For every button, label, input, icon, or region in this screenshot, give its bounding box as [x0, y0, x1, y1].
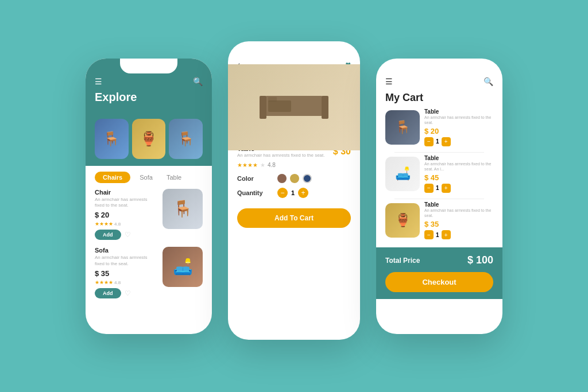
- detail-rating: ★★★★ ★ 4.8: [237, 162, 351, 168]
- banner-item-2: 🏺: [132, 119, 166, 159]
- cart-qty-increase-3[interactable]: +: [442, 230, 451, 239]
- cart-item-img-1: 🪑: [385, 110, 420, 145]
- search-icon[interactable]: 🔍: [193, 77, 203, 86]
- qty-decrease-btn[interactable]: −: [277, 188, 288, 198]
- total-label: Total Price: [385, 257, 420, 265]
- product-info-chair: Chair An armchair has armrests fixed to …: [95, 189, 158, 240]
- cart-item-desc-3: An armchair has armrests fixed to the se…: [424, 208, 493, 218]
- cart-item-name-3: Table: [424, 201, 493, 208]
- cart-item-info-1: Table An armchair has armrests fixed to …: [424, 108, 493, 146]
- cart-search-icon[interactable]: 🔍: [483, 77, 493, 86]
- cart-footer: Total Price $ 100 Checkout: [376, 247, 502, 299]
- phone-detail: ‹ ♥ Table An armchair has armrests fixed…: [228, 41, 360, 340]
- total-row: Total Price $ 100: [385, 254, 493, 266]
- table-svg: [254, 84, 334, 130]
- svg-rect-3: [268, 100, 291, 112]
- cart-qty-val-3: 1: [436, 232, 439, 238]
- cart-item-price-3: $ 35: [424, 220, 493, 228]
- cart-item-img-2: 🛋️: [385, 157, 420, 191]
- divider-1: [394, 152, 484, 153]
- category-tabs: Chairs Sofa Table: [86, 166, 212, 189]
- detail-product-desc: An armchair has armrests fixed to the se…: [237, 153, 325, 158]
- explore-title: Explore: [95, 91, 203, 104]
- cart-qty-val-1: 1: [436, 138, 439, 145]
- cart-qty-increase-1[interactable]: +: [442, 137, 451, 146]
- color-gold[interactable]: [290, 174, 299, 183]
- total-price: $ 100: [467, 254, 493, 266]
- cart-menu-icon[interactable]: ☰: [385, 77, 393, 86]
- quantity-control: − 1 +: [277, 188, 308, 198]
- stars-detail: ★★★★: [237, 162, 258, 168]
- cart-item-2: 🛋️ Table An armchair has armrests fixed …: [385, 155, 493, 193]
- stars-sofa: ★★★★ 4.8: [95, 280, 158, 285]
- tab-chairs[interactable]: Chairs: [95, 172, 130, 183]
- product-desc-chair: An armchair has armrests fixed to the se…: [95, 197, 158, 209]
- cart-item-3: 🏺 Table An armchair has armrests fixed t…: [385, 201, 493, 239]
- star-empty: ★: [260, 162, 265, 168]
- favorite-sofa[interactable]: ♡: [125, 289, 131, 297]
- product-info-sofa: Sofa An armchair has armrests fixed to t…: [95, 247, 158, 298]
- cart-item-desc-1: An armchair has armrests fixed to the se…: [424, 115, 493, 125]
- cart-item-img-3: 🏺: [385, 203, 420, 238]
- cart-qty-decrease-2[interactable]: −: [424, 184, 434, 193]
- product-name-sofa: Sofa: [95, 247, 158, 254]
- product-image-chair: 🪑: [163, 189, 203, 229]
- product-image-sofa: 🛋️: [163, 247, 203, 287]
- product-list: Chair An armchair has armrests fixed to …: [86, 189, 212, 306]
- svg-rect-4: [268, 97, 277, 102]
- product-item-chair: Chair An armchair has armrests fixed to …: [95, 189, 203, 240]
- product-item-sofa: Sofa An armchair has armrests fixed to t…: [95, 247, 203, 298]
- cart-items-list: 🪑 Table An armchair has armrests fixed t…: [376, 108, 502, 246]
- qty-value: 1: [291, 189, 295, 196]
- banner-item-3: 🪑: [169, 119, 203, 159]
- qty-increase-btn[interactable]: +: [298, 188, 308, 198]
- checkout-button[interactable]: Checkout: [385, 272, 493, 292]
- cart-qty-2: − 1 +: [424, 184, 493, 193]
- cart-item-info-3: Table An armchair has armrests fixed to …: [424, 201, 493, 239]
- tab-sofa[interactable]: Sofa: [135, 172, 157, 183]
- cart-item-name-2: Table: [424, 155, 493, 161]
- cart-item-desc-2: An armchair has armrests fixed to the se…: [424, 161, 493, 172]
- product-name-chair: Chair: [95, 189, 158, 196]
- cart-qty-3: − 1 +: [424, 230, 493, 239]
- color-brown[interactable]: [277, 174, 287, 183]
- cart-qty-decrease-1[interactable]: −: [424, 137, 434, 146]
- color-options: [277, 174, 312, 183]
- cart-item-1: 🪑 Table An armchair has armrests fixed t…: [385, 108, 493, 146]
- phone-cart: ☰ 🔍 My Cart 🪑 Table An armchair has armr…: [376, 59, 502, 334]
- product-hero-image: [228, 64, 360, 150]
- tab-table[interactable]: Table: [162, 172, 186, 183]
- add-to-cart-button[interactable]: Add To Cart: [237, 208, 351, 228]
- quantity-label: Quantity: [237, 189, 272, 196]
- add-button-sofa[interactable]: Add: [95, 288, 121, 298]
- cart-item-price-1: $ 20: [424, 127, 493, 135]
- add-button-chair[interactable]: Add: [95, 230, 121, 240]
- explore-header-icons: ☰ 🔍: [95, 77, 203, 86]
- product-price-sofa: $ 35: [95, 269, 158, 278]
- cart-item-info-2: Table An armchair has armrests fixed to …: [424, 155, 493, 193]
- stars-chair: ★★★★ 4.8: [95, 221, 158, 227]
- cart-qty-increase-2[interactable]: +: [442, 184, 451, 193]
- divider-2: [394, 199, 484, 199]
- product-actions-sofa: Add ♡: [95, 288, 158, 298]
- phones-container: ☰ 🔍 Explore 🪑 🏺 🪑 Chairs Sofa Table Chai…: [74, 41, 514, 351]
- product-desc-sofa: An armchair has armrests fixed to the se…: [95, 255, 158, 267]
- menu-icon[interactable]: ☰: [95, 77, 102, 86]
- color-navy[interactable]: [303, 174, 312, 183]
- cart-qty-val-2: 1: [436, 185, 439, 191]
- banner-item-1: 🪑: [95, 119, 129, 159]
- favorite-chair[interactable]: ♡: [125, 231, 131, 239]
- cart-item-name-1: Table: [424, 108, 493, 115]
- quantity-row: Quantity − 1 +: [237, 188, 351, 198]
- cart-item-price-2: $ 45: [424, 173, 493, 182]
- banner-images: 🪑 🏺 🪑: [86, 119, 212, 166]
- color-row: Color: [237, 174, 351, 183]
- color-label: Color: [237, 175, 272, 182]
- product-detail-info: Table An armchair has armrests fixed to …: [228, 145, 360, 340]
- rating-value: 4.8: [268, 162, 276, 168]
- phone-explore: ☰ 🔍 Explore 🪑 🏺 🪑 Chairs Sofa Table Chai…: [86, 59, 212, 334]
- cart-qty-1: − 1 +: [424, 137, 493, 146]
- cart-title: My Cart: [376, 92, 502, 104]
- cart-qty-decrease-3[interactable]: −: [424, 230, 434, 239]
- svg-rect-2: [322, 96, 328, 119]
